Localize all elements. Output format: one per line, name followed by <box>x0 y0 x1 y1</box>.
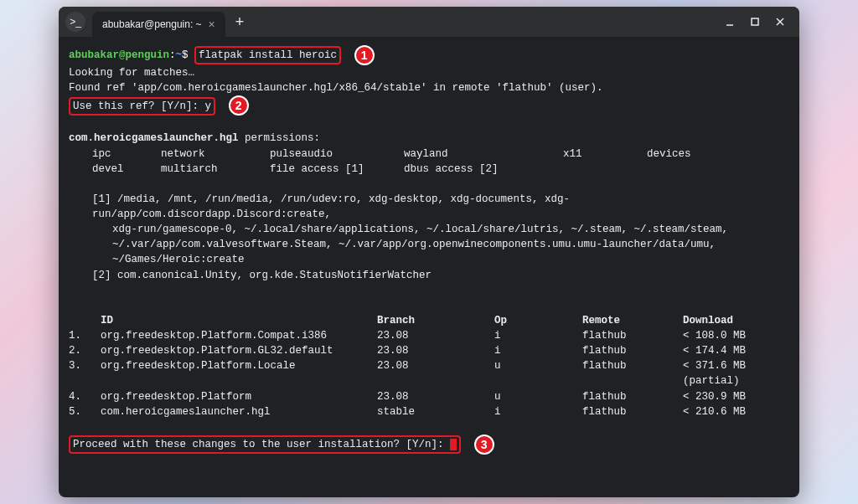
cursor-icon <box>450 439 457 450</box>
prompt-line: abubakar@penguin:~$ flatpak install hero… <box>69 45 789 65</box>
output-looking: Looking for matches… <box>69 65 789 80</box>
tab-terminal[interactable]: abubakar@penguin: ~ × <box>92 12 225 37</box>
highlight-proceed: Proceed with these changes to the user i… <box>69 435 461 454</box>
terminal-window: >_ abubakar@penguin: ~ × + abubakar@peng… <box>59 7 799 497</box>
footnote-1c: ~/.var/app/com.valvesoftware.Steam, ~/.v… <box>69 237 789 267</box>
window-controls <box>724 16 793 28</box>
header-download: Download <box>683 313 789 328</box>
header-op: Op <box>494 313 582 328</box>
table-row: 1. org.freedesktop.Platform.Compat.i386 … <box>69 328 789 343</box>
close-window-button[interactable] <box>774 16 786 28</box>
table-row: 2. org.freedesktop.Platform.GL32.default… <box>69 343 789 358</box>
new-tab-button[interactable]: + <box>235 13 245 31</box>
titlebar: >_ abubakar@penguin: ~ × + <box>59 7 799 37</box>
highlight-command: flatpak install heroic <box>194 46 341 64</box>
header-id: ID <box>101 313 377 328</box>
permissions-row-1: ipc network pulseaudio wayland x11 devic… <box>69 147 789 162</box>
useref-text: Use this ref? [Y/n]: y <box>73 100 211 112</box>
prompt-symbol: $ <box>182 49 189 61</box>
tab-title: abubakar@penguin: ~ <box>102 18 202 30</box>
output-found: Found ref 'app/com.heroicgameslauncher.h… <box>69 80 789 95</box>
callout-3: 3 <box>474 435 494 455</box>
proceed-line: Proceed with these changes to the user i… <box>69 435 789 455</box>
prompt-user: abubakar@penguin <box>69 49 169 61</box>
header-branch: Branch <box>377 313 494 328</box>
footnote-2: [2] com.canonical.Unity, org.kde.StatusN… <box>69 268 789 283</box>
proceed-text: Proceed with these changes to the user i… <box>73 439 450 450</box>
prompt-path: ~ <box>176 49 183 61</box>
prompt-glyph-icon: >_ <box>70 16 81 28</box>
permissions-suffix: permissions: <box>239 132 321 144</box>
useref-line: Use this ref? [Y/n]: y 2 <box>69 95 789 116</box>
svg-rect-1 <box>752 18 758 25</box>
maximize-button[interactable] <box>749 16 761 28</box>
callout-2: 2 <box>229 95 249 116</box>
terminal-app-icon[interactable]: >_ <box>65 12 85 32</box>
minimize-button[interactable] <box>724 16 736 28</box>
permissions-header: com.heroicgameslauncher.hgl permissions: <box>69 131 789 146</box>
table-row: 3. org.freedesktop.Platform.Locale 23.08… <box>69 358 789 388</box>
command-text: flatpak install heroic <box>199 49 337 61</box>
table-row: 4. org.freedesktop.Platform 23.08 u flat… <box>69 389 789 404</box>
callout-1: 1 <box>354 45 375 65</box>
footnote-1: [1] /media, /mnt, /run/media, /run/udev:… <box>69 192 789 222</box>
footnote-1b: xdg-run/gamescope-0, ~/.local/share/appl… <box>69 222 789 237</box>
table-row: 5. com.heroicgameslauncher.hgl stable i … <box>69 404 789 419</box>
permissions-pkg: com.heroicgameslauncher.hgl <box>69 132 239 144</box>
terminal-output[interactable]: abubakar@penguin:~$ flatpak install hero… <box>59 37 799 497</box>
table-header: ID Branch Op Remote Download <box>69 313 789 328</box>
header-remote: Remote <box>582 313 683 328</box>
close-tab-icon[interactable]: × <box>209 18 215 31</box>
permissions-row-2: devel multiarch file access [1] dbus acc… <box>69 162 789 177</box>
highlight-useref: Use this ref? [Y/n]: y <box>69 97 215 116</box>
